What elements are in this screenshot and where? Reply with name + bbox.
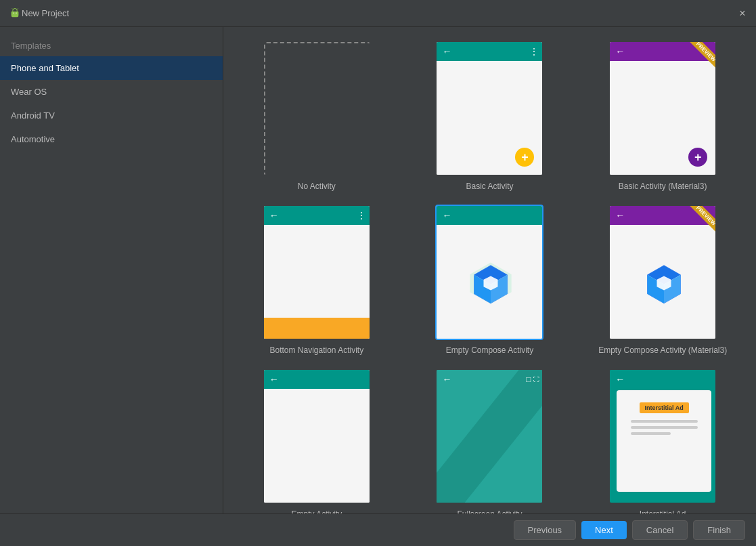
empty-activity-topbar: ← (264, 370, 371, 389)
basic-activity-topbar: ← ⋮ (437, 42, 543, 61)
back-arrow-compose-icon: ← (442, 210, 451, 221)
interstitial-preview-box: ← Interstitial Ad (608, 369, 717, 504)
svg-point-1 (16, 12, 16, 13)
yellow-bottom-bar (264, 318, 371, 340)
compose-logo (467, 259, 514, 307)
sidebar: Templates Phone and Tablet Wear OS Andro… (0, 27, 223, 513)
back-arrow-icon: ← (442, 46, 451, 57)
fullscreen-topbar: ← □⛶ (437, 370, 543, 389)
templates-content: No Activity ← ⋮ + (223, 27, 756, 513)
basic-activity-m3-body: + (610, 61, 717, 176)
template-empty-activity[interactable]: ← Empty Activity (237, 369, 397, 513)
preview-badge-m3: PREVIEW (683, 41, 717, 75)
back-arrow-compose-m3-icon: ← (615, 210, 625, 221)
interstitial-line-3 (631, 432, 671, 435)
empty-activity-phone: ← (264, 370, 371, 504)
basic-activity-label: Basic Activity (466, 182, 513, 191)
empty-activity-preview: ← (263, 369, 371, 504)
empty-compose-topbar: ← (437, 206, 543, 225)
previous-button[interactable]: Previous (514, 520, 577, 540)
template-fullscreen[interactable]: ← □⛶ Fullscreen Activity (410, 369, 570, 513)
interstitial-phone: ← Interstitial Ad (610, 370, 717, 504)
basic-activity-phone: ← ⋮ + (437, 42, 543, 176)
basic-activity-m3-preview: ← ⋮ + PREVIEW (608, 41, 717, 176)
main-content: Templates Phone and Tablet Wear OS Andro… (0, 27, 756, 513)
compose-m3-logo (640, 259, 688, 307)
fullscreen-phone: ← □⛶ (437, 370, 543, 504)
sidebar-item-wear-os-label: Wear OS (11, 87, 47, 97)
no-activity-label: No Activity (298, 182, 336, 191)
empty-compose-phone: ← (437, 206, 543, 340)
bottom-nav-body (264, 225, 371, 340)
no-activity-preview (263, 41, 371, 176)
interstitial-lines (631, 420, 698, 438)
empty-compose-m3-preview: ← (608, 205, 717, 340)
empty-compose-m3-label: Empty Compose Activity (Material3) (598, 345, 727, 355)
cancel-button[interactable]: Cancel (632, 520, 688, 540)
next-button[interactable]: Next (581, 521, 627, 539)
template-basic-activity-m3[interactable]: ← ⋮ + PREVIEW Basic Activity (Material3) (583, 41, 742, 191)
fab-icon: + (515, 148, 534, 167)
preview-badge-compose-m3: PREVIEW (683, 205, 717, 238)
fab-m3-icon: + (688, 148, 707, 167)
back-arrow-fullscreen-icon: ← (442, 374, 451, 385)
menu-dots-icon: ⋮ (529, 46, 539, 57)
empty-activity-body (264, 389, 371, 504)
close-button[interactable]: × (737, 8, 748, 19)
back-arrow-empty-icon: ← (269, 374, 279, 385)
preview-badge-compose-m3-text: PREVIEW (688, 205, 717, 233)
finish-button[interactable]: Finish (693, 520, 745, 540)
title-bar: New Project × (0, 0, 756, 27)
bottom-nav-phone: ← ⋮ (264, 206, 371, 340)
template-no-activity[interactable]: No Activity (237, 41, 397, 191)
bottom-nav-topbar: ← ⋮ (264, 206, 371, 225)
bottom-nav-preview: ← ⋮ (263, 205, 371, 340)
sidebar-section-title: Templates (0, 34, 223, 56)
back-arrow-interstitial-icon: ← (615, 374, 625, 385)
sidebar-item-android-tv-label: Android TV (11, 110, 55, 121)
back-arrow-m3-icon: ← (615, 46, 625, 57)
sidebar-item-automotive[interactable]: Automotive (0, 127, 223, 151)
expand-icon: □⛶ (526, 375, 539, 384)
basic-activity-m3-label: Basic Activity (Material3) (619, 182, 707, 191)
dialog-title: New Project (22, 8, 737, 18)
back-arrow-bottom-icon: ← (269, 210, 279, 221)
templates-grid: No Activity ← ⋮ + (237, 41, 742, 513)
preview-badge-text: PREVIEW (688, 41, 717, 69)
interstitial-line-2 (631, 426, 698, 429)
fullscreen-preview-box: ← □⛶ (435, 369, 543, 504)
dialog-footer: Previous Next Cancel Finish (0, 513, 756, 546)
interstitial-card: Interstitial Ad (617, 390, 711, 492)
interstitial-ad-label: Interstitial Ad (640, 402, 689, 413)
empty-compose-body (437, 225, 543, 340)
template-basic-activity[interactable]: ← ⋮ + Basic Activity (410, 41, 570, 191)
interstitial-topbar: ← (610, 370, 717, 389)
sidebar-item-android-tv[interactable]: Android TV (0, 104, 223, 127)
android-icon (8, 7, 22, 20)
basic-activity-preview: ← ⋮ + (435, 41, 543, 176)
sidebar-item-phone-tablet-label: Phone and Tablet (11, 63, 79, 73)
interstitial-line-1 (631, 420, 698, 423)
fullscreen-diagonal-icon (437, 370, 543, 504)
template-empty-compose-m3[interactable]: ← (583, 205, 742, 355)
empty-compose-m3-body (610, 225, 717, 340)
no-activity-icon (264, 42, 371, 176)
bottom-nav-label: Bottom Navigation Activity (269, 345, 363, 355)
empty-compose-preview: ← (435, 205, 543, 340)
sidebar-item-phone-tablet[interactable]: Phone and Tablet (0, 56, 223, 80)
empty-compose-label: Empty Compose Activity (446, 345, 533, 355)
sidebar-item-automotive-label: Automotive (11, 134, 55, 144)
template-bottom-nav[interactable]: ← ⋮ Bottom Navigation Activity (237, 205, 397, 355)
menu-dots-bottom-icon: ⋮ (357, 210, 367, 221)
new-project-dialog: New Project × Templates Phone and Tablet… (0, 0, 756, 546)
basic-activity-body: + (437, 61, 543, 176)
template-interstitial-ad[interactable]: ← Interstitial Ad (583, 369, 742, 513)
sidebar-item-wear-os[interactable]: Wear OS (0, 80, 223, 104)
template-empty-compose[interactable]: ← (410, 205, 570, 355)
svg-point-0 (13, 12, 14, 13)
